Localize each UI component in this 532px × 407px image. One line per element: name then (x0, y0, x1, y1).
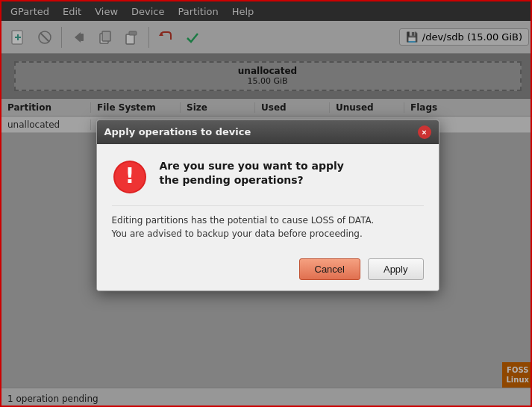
modal-titlebar: Apply operations to device × (97, 120, 439, 144)
app-window: GParted Edit View Device Partition Help (1, 1, 532, 407)
modal-question: Are you sure you want to applythe pendin… (160, 159, 344, 188)
warning-icon: ! (112, 159, 148, 195)
apply-button[interactable]: Apply (368, 258, 424, 280)
modal-overlay: Apply operations to device × ! Are you s… (1, 1, 532, 407)
modal-description: Editing partitions has the potential to … (112, 205, 424, 252)
modal-dialog: Apply operations to device × ! Are you s… (96, 119, 439, 291)
modal-body: ! Are you sure you want to applythe pend… (97, 144, 439, 291)
modal-buttons: Cancel Apply (112, 252, 424, 283)
svg-text:!: ! (125, 164, 134, 188)
modal-top-row: ! Are you sure you want to applythe pend… (112, 159, 424, 195)
cancel-button[interactable]: Cancel (299, 258, 360, 280)
modal-close-button[interactable]: × (418, 125, 431, 139)
modal-title: Apply operations to device (104, 126, 251, 137)
